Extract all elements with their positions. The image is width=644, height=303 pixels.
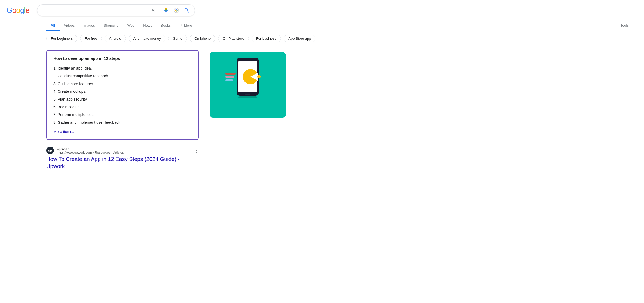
chip-game[interactable]: Game — [168, 35, 187, 42]
search-bar-icons: ✕ — [151, 7, 190, 14]
result-title-link[interactable]: How To Create an App in 12 Easy Steps (2… — [46, 156, 180, 169]
chip-for-free[interactable]: For free — [80, 35, 102, 42]
more-items-link[interactable]: More items... — [53, 129, 75, 134]
source-url: https://www.upwork.com › Resources › Art… — [57, 151, 124, 154]
right-column — [210, 50, 291, 170]
tab-tools[interactable]: Tools — [616, 21, 633, 31]
snippet-item-5: 5. Plan app security. — [53, 95, 192, 103]
tab-more[interactable]: ⋮ More — [175, 21, 197, 31]
app-illustration — [210, 52, 286, 118]
tab-images[interactable]: Images — [79, 21, 99, 31]
snippet-item-8: 8. Gather and implement user feedback. — [53, 119, 192, 126]
tab-news[interactable]: News — [139, 21, 157, 31]
chip-on-iphone[interactable]: On iphone — [190, 35, 215, 42]
search-button[interactable] — [183, 7, 190, 14]
chip-for-business[interactable]: For business — [252, 35, 281, 42]
snippet-list: 1. Identify an app idea. 2. Conduct comp… — [53, 64, 192, 126]
google-logo: Google — [7, 6, 29, 15]
main-content: How to develop an app in 12 steps 1. Ide… — [0, 46, 327, 174]
tab-all[interactable]: All — [46, 21, 60, 31]
snippet-title: How to develop an app in 12 steps — [53, 56, 192, 61]
logo-g: G — [7, 6, 12, 15]
chip-app-store-app[interactable]: App Store app — [284, 35, 315, 42]
logo-e: e — [26, 6, 30, 15]
lens-icon — [173, 7, 179, 13]
chip-on-play-store[interactable]: On Play store — [218, 35, 249, 42]
logo-o2: o — [16, 6, 20, 15]
chip-android[interactable]: Android — [105, 35, 126, 42]
chip-and-make-money[interactable]: And make money — [129, 35, 165, 42]
header: Google how to make an app ✕ — [0, 0, 644, 16]
svg-point-12 — [238, 96, 257, 98]
source-info: Upwork https://www.upwork.com › Resource… — [57, 146, 124, 154]
search-magnifier-icon — [184, 7, 190, 13]
search-result: up Upwork https://www.upwork.com › Resou… — [46, 146, 199, 170]
snippet-item-7: 7. Perform multiple tests. — [53, 111, 192, 118]
nav-tabs: All Videos Images Shopping Web News Book… — [0, 18, 644, 31]
app-development-svg — [210, 52, 286, 118]
left-column: How to develop an app in 12 steps 1. Ide… — [46, 50, 199, 170]
svg-rect-11 — [225, 79, 233, 81]
voice-search-button[interactable] — [162, 7, 170, 14]
chip-for-beginners[interactable]: For beginners — [46, 35, 77, 42]
svg-rect-10 — [225, 76, 234, 78]
tab-shopping[interactable]: Shopping — [99, 21, 123, 31]
lens-search-button[interactable] — [173, 7, 180, 14]
clear-button[interactable]: ✕ — [151, 7, 156, 14]
snippet-item-6: 6. Begin coding. — [53, 103, 192, 111]
logo-g2: g — [20, 6, 24, 15]
source-name: Upwork — [57, 146, 124, 151]
svg-rect-9 — [225, 73, 236, 75]
result-source: up Upwork https://www.upwork.com › Resou… — [46, 146, 199, 154]
filter-chips: For beginners For free Android And make … — [0, 31, 644, 46]
svg-rect-8 — [245, 94, 250, 95]
search-divider — [159, 7, 159, 14]
mic-icon — [163, 7, 169, 13]
svg-rect-7 — [244, 60, 252, 61]
snippet-item-1: 1. Identify an app idea. — [53, 64, 192, 72]
tab-books[interactable]: Books — [157, 21, 175, 31]
search-bar: how to make an app ✕ — [37, 4, 195, 16]
snippet-item-4: 4. Create mockups. — [53, 88, 192, 95]
featured-snippet: How to develop an app in 12 steps 1. Ide… — [46, 50, 199, 140]
snippet-item-3: 3. Outline core features. — [53, 80, 192, 88]
svg-point-1 — [176, 10, 177, 11]
logo-o1: o — [12, 6, 16, 15]
snippet-item-2: 2. Conduct competitive research. — [53, 72, 192, 80]
tab-web[interactable]: Web — [123, 21, 139, 31]
svg-point-6 — [257, 75, 261, 78]
source-logo: up — [46, 147, 54, 154]
result-menu-button[interactable]: ⋮ — [194, 147, 199, 153]
more-dots-icon: ⋮ — [179, 23, 183, 27]
search-input[interactable]: how to make an app — [42, 8, 147, 13]
tab-videos[interactable]: Videos — [60, 21, 79, 31]
